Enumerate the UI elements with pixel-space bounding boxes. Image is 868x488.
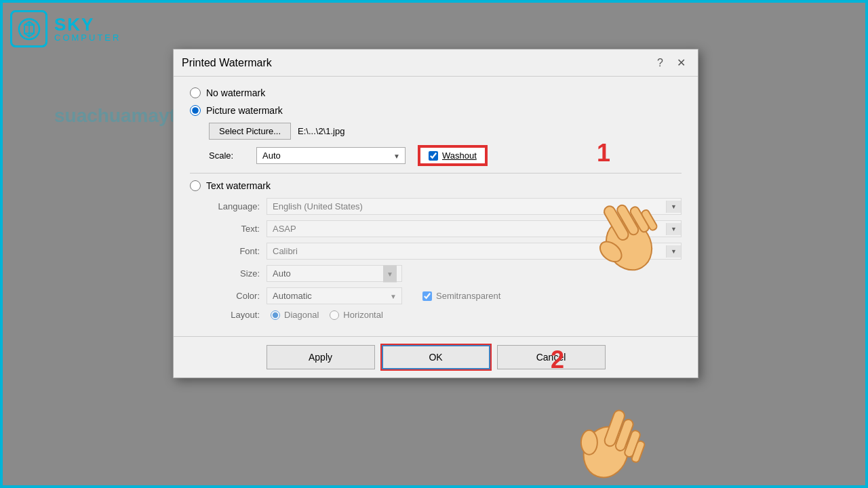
no-watermark-row: No watermark (190, 87, 682, 98)
washout-checkbox[interactable] (429, 151, 438, 161)
scale-row: Scale: Auto Washout (209, 146, 682, 165)
logo-area: SKY COMPUTER (10, 10, 121, 47)
dialog-title: Printed Watermark (182, 57, 272, 69)
section-divider (190, 173, 682, 174)
layout-row: Layout: Diagonal Horizontal (209, 310, 682, 320)
size-row: Size: Auto (209, 265, 682, 282)
layout-diagonal-option: Diagonal (271, 310, 319, 320)
text-dropdown-arrow[interactable]: ▼ (666, 223, 681, 235)
dialog-controls: ? ✕ (653, 55, 690, 70)
picture-section: Select Picture... E:\...\2\1.jpg Scale: … (209, 123, 682, 165)
dialog-footer: Apply OK Cancel (174, 336, 698, 378)
scale-label: Scale: (209, 150, 250, 161)
text-row: Text: ▼ (209, 220, 682, 237)
close-button[interactable]: ✕ (673, 55, 690, 70)
layout-diagonal-radio[interactable] (271, 310, 280, 320)
dialog-body: No watermark Picture watermark Select Pi… (174, 77, 698, 336)
font-label: Font: (209, 246, 260, 256)
language-input[interactable] (267, 199, 666, 214)
select-picture-button[interactable]: Select Picture... (209, 123, 291, 140)
language-combo: ▼ (267, 198, 682, 215)
svg-point-11 (581, 430, 597, 455)
layout-horizontal-label[interactable]: Horizontal (343, 310, 383, 320)
help-button[interactable]: ? (653, 56, 667, 70)
text-label: Text: (209, 224, 260, 234)
dialog-titlebar: Printed Watermark ? ✕ (174, 49, 698, 77)
cancel-button[interactable]: Cancel (497, 345, 606, 369)
semitransparent-wrapper: Semitransparent (422, 291, 500, 301)
semitransparent-checkbox[interactable] (422, 291, 432, 301)
scale-select[interactable]: Auto (256, 147, 406, 164)
printed-watermark-dialog: Printed Watermark ? ✕ No watermark Pictu… (173, 49, 698, 378)
language-row: Language: ▼ (209, 198, 682, 215)
text-watermark-radio[interactable] (190, 180, 201, 191)
layout-diagonal-label[interactable]: Diagonal (284, 310, 319, 320)
svg-rect-10 (631, 440, 645, 463)
washout-box: Washout (419, 146, 486, 165)
logo-computer-text: COMPUTER (54, 33, 121, 42)
logo-text: SKY COMPUTER (54, 16, 121, 42)
svg-rect-7 (603, 409, 626, 447)
color-select[interactable]: Automatic (267, 287, 402, 304)
text-input[interactable] (267, 221, 666, 237)
layout-label: Layout: (209, 310, 260, 320)
svg-rect-9 (624, 430, 642, 458)
picture-row: Select Picture... E:\...\2\1.jpg (209, 123, 682, 140)
semitransparent-label[interactable]: Semitransparent (436, 291, 500, 301)
font-combo: ▼ (267, 243, 682, 260)
scale-select-wrapper: Auto (256, 147, 406, 164)
picture-watermark-row: Picture watermark (190, 105, 682, 116)
hand-cursor-2 (570, 393, 658, 488)
color-row: Color: Automatic Semitransparent (209, 287, 682, 304)
language-dropdown-arrow[interactable]: ▼ (666, 201, 681, 213)
no-watermark-radio[interactable] (190, 87, 201, 98)
picture-watermark-label[interactable]: Picture watermark (206, 105, 283, 116)
file-path: E:\...\2\1.jpg (298, 126, 344, 136)
ok-button[interactable]: OK (382, 345, 490, 369)
color-label: Color: (209, 291, 260, 301)
logo-svg (16, 16, 42, 42)
language-label: Language: (209, 201, 260, 211)
layout-horizontal-option: Horizontal (330, 310, 383, 320)
no-watermark-label[interactable]: No watermark (206, 87, 265, 98)
size-select[interactable]: Auto (267, 265, 402, 282)
size-label: Size: (209, 268, 260, 279)
text-combo: ▼ (267, 220, 682, 237)
apply-button[interactable]: Apply (267, 345, 375, 369)
washout-label[interactable]: Washout (442, 150, 477, 161)
logo-icon (10, 10, 47, 47)
text-watermark-row: Text watermark (190, 180, 682, 191)
font-input[interactable] (267, 243, 666, 259)
color-select-wrapper: Automatic (267, 287, 402, 304)
layout-horizontal-radio[interactable] (330, 310, 339, 320)
svg-rect-8 (614, 418, 635, 452)
text-watermark-label[interactable]: Text watermark (206, 180, 271, 191)
svg-point-6 (576, 420, 635, 483)
picture-watermark-radio[interactable] (190, 105, 201, 116)
text-section: Language: ▼ Text: ▼ Font: ▼ (209, 198, 682, 320)
logo-sky-text: SKY (54, 16, 121, 33)
size-select-wrapper: Auto (267, 265, 402, 282)
font-row: Font: ▼ (209, 243, 682, 260)
font-dropdown-arrow[interactable]: ▼ (666, 245, 681, 258)
